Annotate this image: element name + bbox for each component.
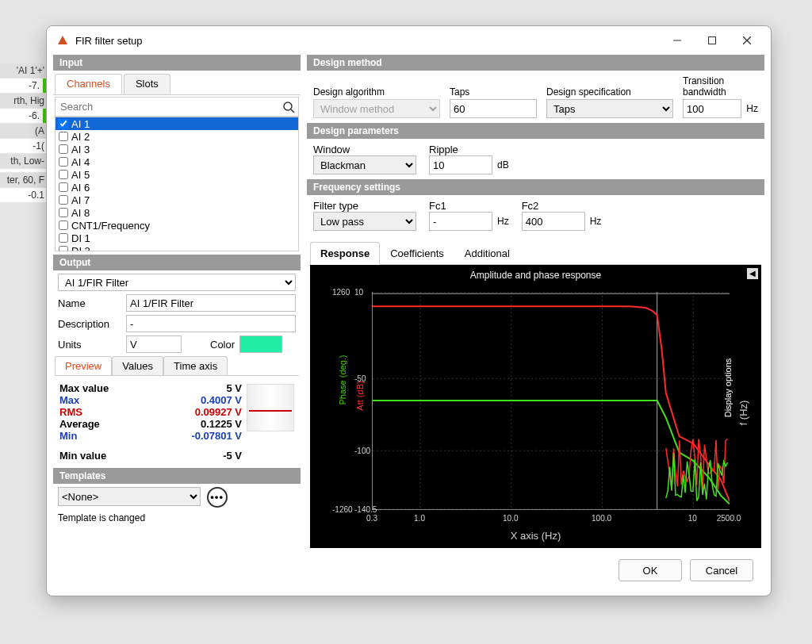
channel-label: DI 2 — [71, 245, 297, 252]
channel-checkbox[interactable] — [59, 170, 68, 179]
bg-text: -1( — [0, 139, 48, 153]
design-parameters-header: Design parameters — [307, 123, 764, 139]
description-input[interactable] — [126, 315, 296, 332]
window-title: FIR filter setup — [75, 35, 660, 47]
titlebar[interactable]: FIR filter setup — [47, 26, 771, 55]
filter-type-select[interactable]: Low pass — [313, 212, 416, 231]
app-icon — [56, 34, 69, 47]
template-select[interactable]: <None> — [58, 487, 201, 506]
bg-text: rth, Hig — [0, 94, 48, 108]
bg-text: -0.1 — [0, 188, 48, 202]
channel-row[interactable]: AI 8 — [56, 206, 298, 219]
tab-channels[interactable]: Channels — [55, 74, 122, 94]
channel-row[interactable]: DI 1 — [56, 232, 298, 244]
tab-additional[interactable]: Additional — [454, 242, 520, 264]
response-chart[interactable]: ◀ Amplitude and phase response Phase (de… — [310, 265, 761, 548]
channel-list[interactable]: AI 1 AI 2 AI 3 AI 4 AI 5 AI 6 AI 7 AI 8 … — [55, 117, 299, 251]
maximize-icon — [708, 36, 716, 44]
minvalue-label: Min value — [59, 450, 155, 462]
y-axis-phase-label: Phase (deg.) — [338, 355, 347, 404]
tab-values[interactable]: Values — [112, 356, 163, 375]
channel-checkbox[interactable] — [59, 119, 68, 128]
taps-label: Taps — [450, 86, 537, 98]
channel-checkbox[interactable] — [59, 246, 68, 251]
channel-row[interactable]: AI 2 — [56, 130, 298, 143]
algo-select: Window method — [313, 99, 440, 118]
min-value: -0.07801 V — [155, 430, 242, 442]
tab-time-axis[interactable]: Time axis — [163, 356, 228, 375]
channel-row[interactable]: DI 2 — [56, 244, 298, 251]
fc2-input[interactable] — [522, 212, 585, 231]
channel-row[interactable]: AI 3 — [56, 143, 298, 155]
name-label: Name — [58, 297, 121, 309]
fc1-input[interactable] — [429, 212, 492, 231]
preview-mini-graph — [247, 384, 294, 431]
fc1-unit: Hz — [497, 216, 509, 227]
color-picker[interactable] — [239, 335, 282, 353]
units-input[interactable] — [126, 335, 182, 353]
bg-text: ter, 60, F — [0, 173, 48, 187]
channel-checkbox[interactable] — [59, 220, 68, 230]
close-icon — [743, 36, 751, 44]
channel-checkbox[interactable] — [59, 195, 68, 205]
maxvalue-value: 5 V — [155, 382, 242, 394]
output-channel-select[interactable]: AI 1/FIR Filter — [58, 274, 296, 291]
tab-response[interactable]: Response — [310, 242, 380, 265]
channel-checkbox[interactable] — [59, 208, 68, 217]
min-label: Min — [59, 430, 155, 442]
channel-row[interactable]: AI 5 — [56, 168, 298, 181]
ok-button[interactable]: OK — [619, 559, 682, 581]
channel-checkbox[interactable] — [59, 157, 68, 167]
svg-marker-0 — [58, 36, 67, 44]
channel-row[interactable]: AI 1 — [56, 117, 298, 130]
svg-point-5 — [284, 102, 292, 110]
window-select[interactable]: Blackman — [313, 155, 416, 174]
channel-label: AI 7 — [71, 194, 297, 206]
channel-checkbox[interactable] — [59, 132, 68, 141]
channel-label: AI 8 — [71, 207, 297, 219]
template-more-button[interactable]: ••• — [207, 487, 228, 508]
x-axis-label: X axis (Hz) — [511, 530, 561, 542]
tab-slots[interactable]: Slots — [124, 74, 170, 94]
plot-area[interactable] — [372, 292, 730, 510]
channel-row[interactable]: CNT1/Frequency — [56, 219, 298, 232]
max-label: Max — [59, 394, 155, 406]
tab-coefficients[interactable]: Coefficients — [380, 242, 454, 264]
search-icon — [282, 101, 295, 113]
cancel-button[interactable]: Cancel — [690, 559, 753, 581]
channel-checkbox[interactable] — [59, 144, 68, 154]
maximize-button[interactable] — [695, 29, 730, 52]
bg-text: -6. — [0, 109, 48, 123]
channel-row[interactable]: AI 4 — [56, 155, 298, 168]
rms-label: RMS — [59, 406, 155, 418]
tbw-input[interactable] — [683, 99, 741, 118]
fc2-unit: Hz — [590, 216, 602, 227]
channel-label: AI 6 — [71, 182, 297, 194]
channel-checkbox[interactable] — [59, 182, 68, 192]
plot-svg — [373, 292, 730, 509]
fc1-label: Fc1 — [429, 200, 509, 212]
channel-row[interactable]: AI 7 — [56, 194, 298, 206]
ripple-input[interactable] — [429, 155, 492, 174]
fir-filter-dialog: FIR filter setup Input Channels Slots — [46, 25, 772, 596]
tab-preview[interactable]: Preview — [55, 356, 112, 375]
tbw-label: Transition bandwidth — [683, 75, 758, 98]
minimize-button[interactable] — [660, 29, 695, 52]
channel-checkbox[interactable] — [59, 233, 68, 243]
rms-value: 0.09927 V — [155, 406, 242, 418]
avg-label: Average — [59, 418, 155, 430]
design-method-header: Design method — [307, 55, 764, 71]
taps-input[interactable] — [450, 99, 537, 118]
max-value: 0.4007 V — [155, 394, 242, 406]
channel-row[interactable]: AI 6 — [56, 181, 298, 194]
channel-search[interactable] — [55, 97, 299, 117]
algo-label: Design algorithm — [313, 86, 440, 98]
minvalue-value: -5 V — [155, 450, 242, 462]
close-button[interactable] — [730, 29, 764, 52]
spec-select[interactable]: Taps — [546, 99, 673, 118]
channel-label: AI 2 — [71, 131, 297, 143]
search-input[interactable] — [59, 98, 282, 115]
minimize-icon — [673, 36, 681, 44]
collapse-options-button[interactable]: ◀ — [747, 268, 758, 279]
name-input[interactable] — [126, 294, 296, 312]
